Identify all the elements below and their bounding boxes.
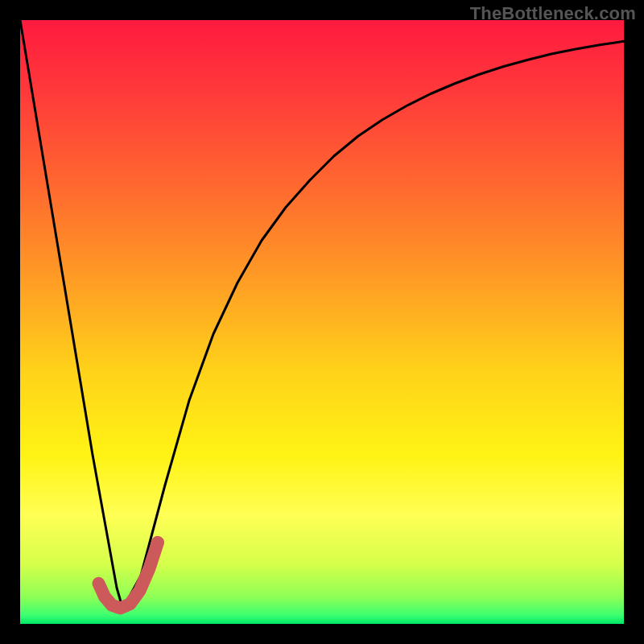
plot-area	[20, 20, 624, 624]
watermark-text: TheBottleneck.com	[470, 3, 636, 24]
chart-frame: TheBottleneck.com	[0, 0, 644, 644]
gradient-background	[20, 20, 624, 624]
chart-svg	[20, 20, 624, 624]
